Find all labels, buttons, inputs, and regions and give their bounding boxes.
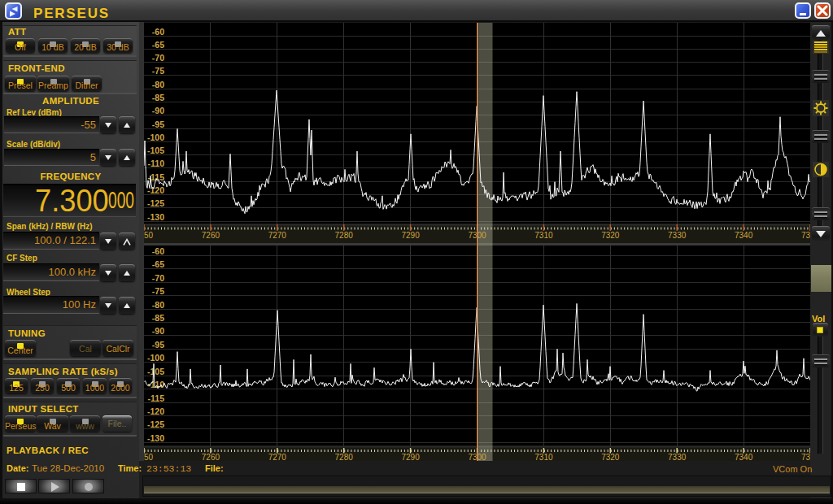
svg-text:7260: 7260 [202, 453, 220, 462]
svg-text:7340: 7340 [735, 231, 753, 240]
svg-text:-80: -80 [152, 300, 164, 310]
svg-text:-60: -60 [152, 246, 164, 256]
svg-text:7350: 7350 [801, 231, 810, 240]
svg-text:7310: 7310 [534, 231, 553, 240]
svg-text:7290: 7290 [401, 231, 420, 240]
svg-text:-75: -75 [152, 286, 164, 296]
svg-text:-100: -100 [147, 133, 164, 142]
svg-text:-105: -105 [147, 367, 164, 376]
svg-text:-100: -100 [147, 353, 164, 363]
svg-text:-75: -75 [152, 66, 164, 76]
svg-text:-105: -105 [147, 146, 164, 155]
svg-text:-90: -90 [152, 326, 164, 336]
svg-text:-110: -110 [148, 159, 165, 168]
svg-text:7250: 7250 [144, 453, 154, 462]
svg-text:7260: 7260 [202, 231, 220, 240]
svg-text:-65: -65 [152, 259, 164, 269]
svg-text:-65: -65 [152, 40, 164, 50]
svg-text:7330: 7330 [668, 231, 687, 240]
svg-text:7270: 7270 [268, 231, 287, 240]
svg-text:-115: -115 [148, 393, 165, 403]
svg-text:-85: -85 [152, 313, 164, 323]
svg-text:-60: -60 [152, 27, 164, 37]
svg-text:7280: 7280 [335, 231, 354, 240]
svg-text:-70: -70 [152, 273, 164, 283]
svg-text:7330: 7330 [668, 453, 687, 462]
svg-text:-125: -125 [147, 198, 164, 208]
svg-text:7280: 7280 [335, 453, 354, 462]
svg-text:-130: -130 [147, 212, 164, 222]
svg-text:-70: -70 [152, 53, 164, 63]
svg-text:-95: -95 [152, 340, 164, 350]
svg-text:7290: 7290 [401, 453, 420, 462]
svg-text:7320: 7320 [601, 231, 620, 240]
svg-text:-120: -120 [147, 406, 164, 416]
svg-text:-125: -125 [147, 419, 164, 429]
svg-text:-95: -95 [152, 119, 164, 129]
svg-text:7350: 7350 [801, 453, 810, 462]
svg-text:-90: -90 [152, 106, 164, 115]
svg-text:-85: -85 [152, 93, 164, 102]
svg-text:7250: 7250 [144, 231, 154, 240]
svg-text:7340: 7340 [735, 453, 753, 462]
svg-text:-130: -130 [147, 433, 164, 443]
svg-text:7310: 7310 [534, 453, 553, 462]
svg-text:7270: 7270 [268, 453, 287, 462]
svg-text:7320: 7320 [601, 453, 620, 462]
svg-text:-80: -80 [152, 80, 164, 89]
